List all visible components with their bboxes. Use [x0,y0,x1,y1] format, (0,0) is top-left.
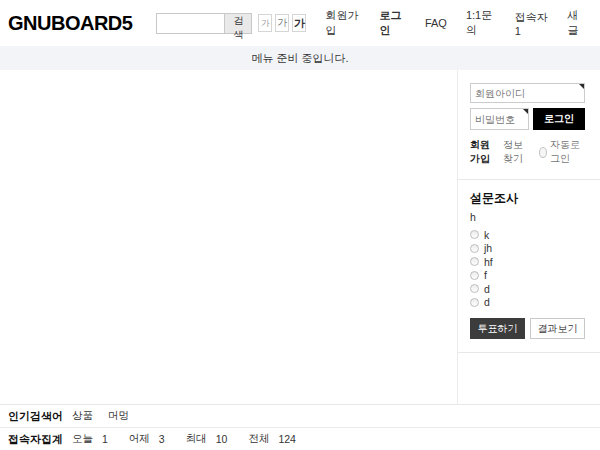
poll-option[interactable]: k [470,228,585,242]
poll-question: h [470,211,585,223]
font-default-button[interactable]: 가 [275,14,289,32]
stat-value: 1 [102,433,108,445]
vote-button[interactable]: 투표하기 [470,318,525,339]
poll-box: 설문조사 h k jh hf f [470,190,585,339]
radio-icon[interactable] [470,298,479,307]
corner-fold-icon [523,109,528,114]
stat-max: 최대 10 [186,432,228,446]
poll-option-label: hf [484,256,493,268]
nav-qna[interactable]: 1:1문의 [466,8,496,38]
stat-name: 오늘 [72,432,93,446]
stat-yesterday: 어제 3 [129,432,165,446]
radio-icon[interactable] [470,271,479,280]
poll-option-label: d [484,296,490,308]
member-id-input[interactable] [470,83,585,103]
poll-option-label: jh [484,242,492,254]
popular-keyword-link[interactable]: 머멍 [108,409,129,423]
popular-keywords-row: 인기검색어 상품 머멍 [0,405,600,428]
popular-keyword-link[interactable]: 상품 [72,409,93,423]
poll-option-label: k [484,229,489,241]
radio-icon[interactable] [470,230,479,239]
notice-message: 메뉴 준비 중입니다. [251,51,348,66]
stat-value: 124 [278,433,296,445]
main-empty-area [0,70,457,404]
sidebar: 로그인 회원가입 정보찾기 자동로그인 설문조사 h k [457,70,600,404]
nav-faq[interactable]: FAQ [425,17,447,29]
menu-notice-bar: 메뉴 준비 중입니다. [0,46,600,70]
poll-result-button[interactable]: 결과보기 [530,318,585,339]
register-link[interactable]: 회원가입 [470,138,499,166]
auto-login-toggle[interactable]: 자동로그인 [539,138,585,166]
content-area: 로그인 회원가입 정보찾기 자동로그인 설문조사 h k [0,70,600,405]
poll-option-label: d [484,283,490,295]
stat-value: 3 [159,433,165,445]
password-input[interactable] [470,108,529,130]
search-button[interactable]: 검색 [224,13,252,34]
stat-total: 전체 124 [248,432,296,446]
radio-icon[interactable] [470,284,479,293]
nav-new-posts[interactable]: 새글 [567,8,585,38]
visitor-stats-row: 접속자집계 오늘 1 어제 3 최대 10 전체 124 [0,428,600,450]
poll-option[interactable]: f [470,269,585,283]
radio-icon[interactable] [470,244,479,253]
login-box: 로그인 회원가입 정보찾기 자동로그인 [470,83,585,166]
nav-connected-users[interactable]: 접속자 1 [515,10,549,37]
poll-option[interactable]: d [470,296,585,310]
stat-value: 10 [216,433,228,445]
poll-option[interactable]: jh [470,242,585,256]
corner-fold-icon [579,84,584,89]
header: GNUBOARD5 검색 가 가 가 회원가입 로그인 FAQ 1:1문의 접속… [0,0,600,46]
font-size-controls: 가 가 가 [258,14,306,32]
radio-icon[interactable] [470,257,479,266]
poll-title: 설문조사 [470,190,585,207]
visitor-stats-label: 접속자집계 [8,432,72,447]
popular-keywords-label: 인기검색어 [8,409,72,424]
poll-options: k jh hf f d [470,228,585,309]
poll-option-label: f [484,269,487,281]
auto-login-label: 자동로그인 [550,138,585,166]
sidebar-divider [458,179,600,180]
search-form: 검색 [156,13,252,34]
poll-option[interactable]: d [470,282,585,296]
stat-name: 어제 [129,432,150,446]
search-input[interactable] [156,13,224,34]
site-logo[interactable]: GNUBOARD5 [8,12,132,35]
stat-name: 최대 [186,432,207,446]
font-smaller-button[interactable]: 가 [258,14,272,32]
sidebar-divider [458,352,600,353]
find-info-link[interactable]: 정보찾기 [503,138,532,166]
poll-option[interactable]: hf [470,255,585,269]
font-larger-button[interactable]: 가 [292,14,306,32]
stat-today: 오늘 1 [72,432,108,446]
auto-login-checkbox-icon[interactable] [539,147,547,158]
nav-register[interactable]: 회원가입 [325,8,360,38]
stat-name: 전체 [248,432,269,446]
login-button[interactable]: 로그인 [533,108,585,130]
top-nav: 회원가입 로그인 FAQ 1:1문의 접속자 1 새글 [306,8,585,38]
nav-login[interactable]: 로그인 [380,8,406,38]
